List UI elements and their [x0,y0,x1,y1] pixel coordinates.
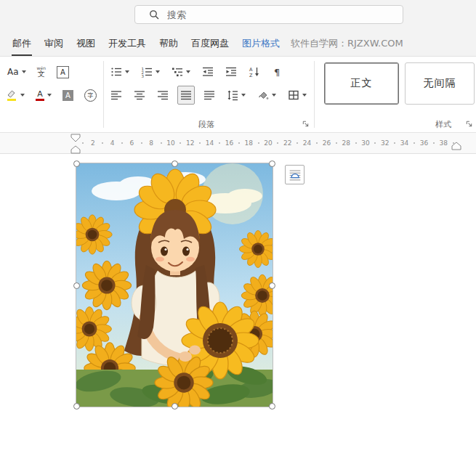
layout-options-button[interactable] [285,165,304,184]
ruler-tick [414,142,415,144]
numbering-button[interactable]: 1 2 3 [138,62,163,81]
ruler-number: 28 [342,139,350,147]
selected-picture[interactable] [76,163,273,407]
tab-label: 邮件 [12,37,31,50]
ruler-tick [199,142,201,144]
tab-mailings[interactable]: 邮件 [6,30,38,56]
enclose-characters-icon: 字 [84,89,97,102]
shading-button[interactable] [254,86,279,105]
sort-button[interactable]: A Z [246,62,263,81]
resize-handle-ne[interactable] [269,160,275,167]
ruler-number: 14 [206,139,214,147]
align-center-button[interactable] [131,86,148,105]
character-shading-button[interactable]: A [60,86,76,105]
resize-handle-sw[interactable] [73,403,80,410]
resize-handle-nw[interactable] [73,160,80,167]
ruler-number: 18 [244,139,252,147]
line-spacing-button[interactable] [224,86,249,105]
ruler-tick [219,142,220,144]
tab-developer[interactable]: 开发工具 [102,30,153,56]
align-left-button[interactable] [108,86,125,105]
justify-button[interactable] [177,86,195,105]
tab-baidu-netdisk[interactable]: 百度网盘 [185,30,235,56]
tab-picture-format[interactable]: 图片格式 [235,30,286,56]
highlight-color-button[interactable] [3,86,28,105]
ruler-number: 30 [361,139,369,147]
paragraph-group-label: 段落 [108,119,305,130]
enclose-characters-button[interactable]: 字 [81,86,100,105]
ruler-tick [316,142,318,144]
bullets-button[interactable] [108,62,132,81]
ruler-number: 8 [149,139,153,147]
tab-label: 视图 [76,37,95,50]
style-card-normal[interactable]: 正文 [324,62,399,105]
svg-text:3: 3 [142,74,145,78]
tab-label: 帮助 [159,37,178,50]
paint-bucket-icon [257,89,269,101]
style-card-label: 无间隔 [424,77,456,90]
chevron-down-icon [272,94,276,97]
distributed-icon [203,89,215,101]
decrease-indent-button[interactable] [199,62,217,81]
numbering-icon: 1 2 3 [141,66,153,78]
ruler-number: 20 [264,139,272,147]
search-input[interactable] [166,9,387,21]
search-box[interactable] [134,5,403,24]
change-case-button[interactable]: Aa [4,62,29,81]
show-hide-marks-button[interactable]: ¶ [269,62,286,81]
first-line-indent-marker[interactable] [70,134,81,142]
ruler-tick [433,142,435,144]
ruler-number: 16 [225,139,233,147]
resize-handle-e[interactable] [269,282,275,289]
character-border-icon: A [57,66,69,78]
tab-help[interactable]: 帮助 [153,30,185,56]
document-page[interactable] [0,154,476,456]
styles-dialog-launcher[interactable] [464,119,474,129]
paragraph-dialog-launcher[interactable] [301,119,310,129]
borders-button[interactable] [285,86,310,105]
ruler-tick [179,142,181,144]
resize-handle-s[interactable] [172,403,178,410]
style-card-label: 正文 [351,77,373,90]
paragraph-group-row2 [108,86,310,105]
phonetic-guide-icon: wén 文 [37,66,46,78]
multilevel-list-button[interactable] [169,62,193,81]
character-border-button[interactable]: A [54,62,72,81]
character-shading-icon: A [62,90,73,101]
font-group-row1: Aa wén 文 A [4,62,72,81]
ruler-tick [355,142,357,144]
layout-options-icon [287,167,303,183]
svg-text:¶: ¶ [274,67,280,78]
ruler-tick [238,142,240,144]
resize-handle-w[interactable] [73,282,80,289]
title-bar [0,0,476,30]
paragraph-group-row1: 1 2 3 [108,62,286,81]
bullets-icon [110,66,122,78]
increase-indent-button[interactable] [222,62,240,81]
tab-review[interactable]: 审阅 [38,30,70,56]
distributed-button[interactable] [201,86,218,105]
resize-handle-n[interactable] [172,160,178,167]
align-right-button[interactable] [154,86,172,105]
font-color-button[interactable]: A [33,86,55,105]
ruler-number: 22 [283,139,291,147]
phonetic-guide-button[interactable]: wén 文 [34,62,49,81]
resize-handle-se[interactable] [269,403,275,410]
borders-icon [288,89,299,101]
style-card-no-spacing[interactable]: 无间隔 [405,62,475,105]
styles-group-label: 样式 [392,119,476,130]
ribbon-tabs: 邮件 审阅 视图 开发工具 帮助 百度网盘 图片格式 软件自学网：RJZXW.C… [0,30,476,57]
chevron-down-icon [156,70,160,73]
ruler-tick [121,142,123,144]
horizontal-ruler: 2468101214161820222426283032343638 [0,132,476,154]
dialog-launcher-icon [302,120,310,128]
chevron-down-icon [20,94,25,97]
tab-view[interactable]: 视图 [70,30,102,56]
multilevel-list-icon [172,66,183,78]
increase-indent-icon [225,66,237,78]
ruler-tick [394,142,395,144]
right-indent-marker[interactable] [451,142,461,150]
dialog-launcher-icon [465,120,473,128]
chevron-down-icon [47,94,52,97]
hanging-indent-marker[interactable] [70,145,81,154]
